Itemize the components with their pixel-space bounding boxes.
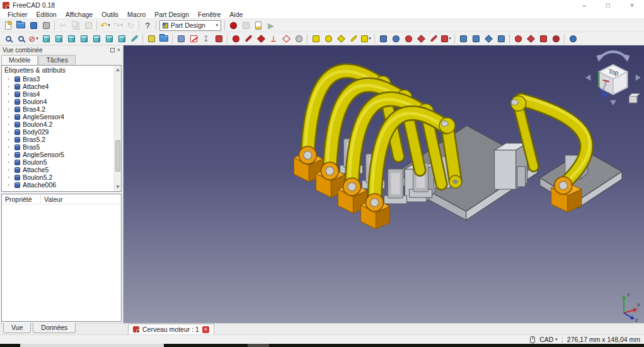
minimize-button[interactable]: –: [572, 0, 596, 10]
expand-arrow-icon[interactable]: ›: [8, 99, 12, 105]
document-tab[interactable]: Cerveau moteur : 1: [128, 324, 214, 334]
subtractive-pipe-button[interactable]: [427, 33, 440, 45]
view-bottom-button[interactable]: [103, 33, 115, 45]
macro-edit-button[interactable]: [252, 20, 265, 32]
view-rear-button[interactable]: [90, 33, 103, 45]
panel-close-icon[interactable]: ×: [117, 47, 120, 53]
view-axonometric-button[interactable]: [40, 33, 52, 45]
scroll-up-icon[interactable]: [116, 68, 120, 71]
expand-arrow-icon[interactable]: ›: [8, 84, 12, 90]
whats-this-button[interactable]: ?: [141, 20, 154, 32]
tree-item-attache5[interactable]: ›Attache5: [2, 166, 121, 174]
expand-arrow-icon[interactable]: ›: [8, 129, 12, 135]
attach-sketch-button[interactable]: ↧: [200, 33, 212, 45]
tab-tâches[interactable]: Tâches: [38, 55, 75, 65]
tree-item-bras5[interactable]: ›Bras5: [2, 143, 121, 151]
expand-arrow-icon[interactable]: ›: [8, 107, 12, 112]
menu-macro[interactable]: Macro: [123, 11, 150, 18]
tree-scrollbar[interactable]: [114, 66, 121, 191]
undo-button[interactable]: ↶▾: [99, 20, 112, 32]
tree-item-bras4.2[interactable]: ›Bras4.2: [2, 105, 121, 113]
pad-button[interactable]: [309, 33, 322, 45]
tree-item-anglesensor4[interactable]: ›AngleSensor4: [2, 113, 121, 121]
tree-item-body029[interactable]: ›Body029: [2, 128, 121, 136]
open-document-button[interactable]: [14, 20, 27, 32]
additive-primitive-button[interactable]: ▾: [360, 33, 372, 45]
paste-button[interactable]: [82, 20, 95, 32]
macro-stop-button[interactable]: [239, 20, 252, 32]
expand-arrow-icon[interactable]: ›: [8, 122, 12, 127]
subtractive-primitive-button[interactable]: ▾: [440, 33, 452, 45]
expand-arrow-icon[interactable]: ›: [8, 182, 12, 188]
view-right-button[interactable]: [78, 33, 90, 45]
close-button[interactable]: ×: [620, 0, 644, 10]
refresh-button[interactable]: ↻: [124, 20, 137, 32]
print-button[interactable]: [40, 20, 52, 32]
cut-button[interactable]: ✂: [57, 20, 69, 32]
view-top-button[interactable]: [65, 33, 78, 45]
navcube-mini-cube-icon[interactable]: ▾: [630, 94, 643, 103]
datum-plane-button[interactable]: [255, 33, 267, 45]
taskbar[interactable]: [0, 344, 644, 347]
create-clone-button[interactable]: [292, 33, 305, 45]
create-part-button[interactable]: [145, 33, 158, 45]
scrollbar-thumb[interactable]: [115, 140, 120, 172]
menu-part-design[interactable]: Part Design: [150, 11, 193, 18]
property-column-name[interactable]: Propriété: [2, 194, 41, 204]
redo-button[interactable]: ↷▾: [112, 20, 124, 32]
create-sketch-button[interactable]: [187, 33, 200, 45]
thickness-button[interactable]: [549, 33, 562, 45]
new-document-button[interactable]: [2, 20, 14, 32]
save-document-button[interactable]: [27, 20, 40, 32]
expand-arrow-icon[interactable]: ›: [8, 167, 12, 173]
menu-aide[interactable]: Aide: [225, 11, 247, 18]
boolean-button[interactable]: [566, 33, 579, 45]
macro-record-button[interactable]: [227, 20, 239, 32]
tree-item-attache4[interactable]: ›Attache4: [2, 83, 121, 90]
navigation-cube[interactable]: Top Front ▾: [584, 48, 643, 107]
expand-arrow-icon[interactable]: ›: [8, 137, 12, 143]
multitransform-button[interactable]: [495, 33, 507, 45]
copy-button[interactable]: [69, 20, 82, 32]
tab-modèle[interactable]: Modèle: [1, 55, 38, 65]
datum-line-button[interactable]: [242, 33, 255, 45]
tree-item-bras5.2[interactable]: ›Bras5.2: [2, 136, 121, 143]
linear-pattern-button[interactable]: [469, 33, 482, 45]
groove-button[interactable]: [402, 33, 415, 45]
revolution-button[interactable]: [322, 33, 335, 45]
expand-arrow-icon[interactable]: ›: [8, 76, 12, 82]
view-left-button[interactable]: [115, 33, 128, 45]
draw-style-button[interactable]: ⊘▾: [27, 33, 40, 45]
create-group-button[interactable]: [158, 33, 170, 45]
additive-pipe-button[interactable]: [347, 33, 360, 45]
tree-item-boulon5.2[interactable]: ›Boulon5.2: [2, 174, 121, 181]
workbench-selector[interactable]: Part Design▾: [159, 20, 221, 31]
expand-arrow-icon[interactable]: ›: [8, 114, 12, 120]
expand-arrow-icon[interactable]: ›: [8, 91, 12, 97]
menu-outils[interactable]: Outils: [97, 11, 123, 18]
tree-item-boulon4.2[interactable]: ›Boulon4.2: [2, 121, 121, 128]
expand-arrow-icon[interactable]: ›: [8, 160, 12, 165]
menu-affichage[interactable]: Affichage: [61, 11, 98, 18]
mirrored-button[interactable]: [457, 33, 469, 45]
property-column-value[interactable]: Valeur: [41, 196, 66, 203]
menu-fen-tre[interactable]: Fenêtre: [193, 11, 225, 18]
navigation-style-selector[interactable]: CAD ▾: [539, 336, 558, 343]
maximize-button[interactable]: □: [596, 0, 620, 10]
menu--dition[interactable]: Édition: [32, 11, 61, 18]
view-front-button[interactable]: [52, 33, 65, 45]
document-close-icon[interactable]: [202, 326, 209, 333]
tab-vue[interactable]: Vue: [3, 323, 31, 333]
subtractive-loft-button[interactable]: [415, 33, 427, 45]
expand-arrow-icon[interactable]: ›: [8, 144, 12, 150]
datum-point-button[interactable]: [229, 33, 242, 45]
pocket-button[interactable]: [377, 33, 389, 45]
draft-button[interactable]: [537, 33, 549, 45]
scroll-down-icon[interactable]: [116, 185, 120, 189]
tree-item-bras3[interactable]: ›Bras3: [2, 75, 121, 83]
chamfer-button[interactable]: [524, 33, 537, 45]
taskbar-active-segment[interactable]: [20, 344, 164, 347]
expand-arrow-icon[interactable]: ›: [8, 152, 12, 158]
macro-run-button[interactable]: ▶: [265, 20, 277, 32]
tree-item-anglesensor5[interactable]: ›AngleSensor5: [2, 151, 121, 158]
